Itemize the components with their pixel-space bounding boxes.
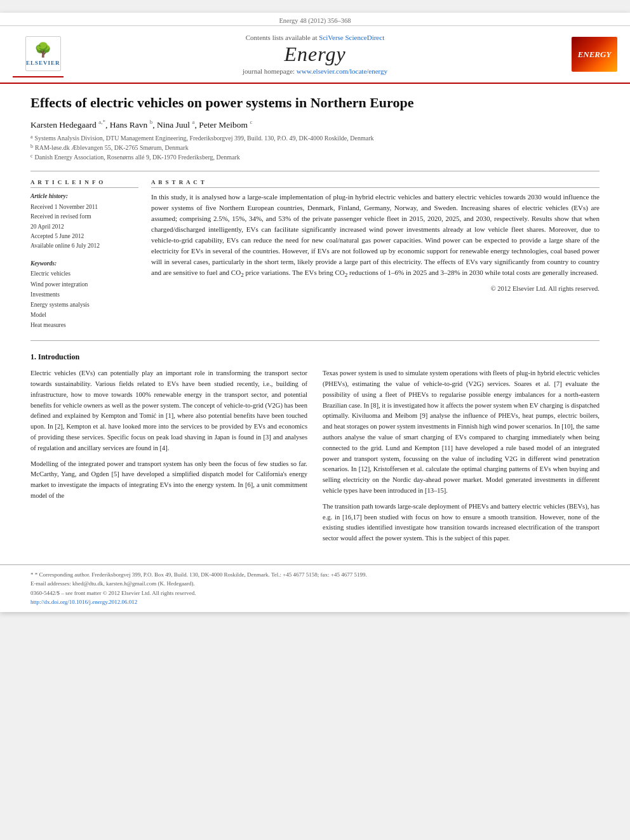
journal-header: 🌳 ELSEVIER Contents lists available at S… [0,26,630,84]
history-item-3: 20 April 2012 [30,222,138,232]
keyword-5: Model [30,312,46,318]
keywords-section: Keywords: Electric vehicles Wind power i… [30,258,138,330]
keyword-3: Investments [30,291,60,298]
intro-right-para-2: The transition path towards large-scale … [323,502,600,544]
history-item-4: Accepted 5 June 2012 [30,232,138,241]
journal-reference: Energy 48 (2012) 356–368 [279,17,351,24]
abstract-col: A B S T R A C T In this study, it is ana… [151,179,600,330]
article-info-col: A R T I C L E I N F O Article history: R… [30,179,138,330]
footnote-star-text: * Corresponding author. Frederiksborgvej… [35,571,367,578]
intro-heading: 1. Introduction [30,352,600,362]
article-history: Article history: Received 1 November 201… [30,192,138,251]
email-label: E-mail addresses: [30,580,71,587]
footnote-star: * [30,571,34,578]
divider-2 [30,340,600,341]
copyright-line: © 2012 Elsevier Ltd. All rights reserved… [151,285,600,292]
energy-logo-text: ENERGY [578,50,612,60]
history-item-5: Available online 6 July 2012 [30,241,138,251]
intro-para-1: Electric vehicles (EVs) can potentially … [30,368,307,453]
keywords-label: Keywords: [30,260,57,267]
sciverse-line: Contents lists available at SciVerse Sci… [64,34,566,41]
keyword-6: Heat measures [30,322,66,328]
intro-body-cols: Electric vehicles (EVs) can potentially … [30,368,600,549]
affiliations: a Systems Analysis Division, DTU Managem… [30,133,600,162]
journal-title: Energy [64,43,566,66]
top-bar: Energy 48 (2012) 356–368 [0,13,630,26]
main-content: Effects of electric vehicles on power sy… [0,84,630,564]
homepage-label: journal homepage: [243,67,295,75]
introduction-section: 1. Introduction Electric vehicles (EVs) … [30,352,600,549]
affiliation-a: a Systems Analysis Division, DTU Managem… [30,133,600,143]
abstract-text: In this study, it is analysed how a larg… [151,192,600,280]
elsevier-tree-icon: 🌳 [34,42,51,58]
article-info-abstract: A R T I C L E I N F O Article history: R… [30,179,600,330]
keywords-list: Keywords: Electric vehicles Wind power i… [30,258,138,330]
affiliation-c: c Danish Energy Association, Rosenørns a… [30,152,600,162]
elsevier-logo: 🌳 ELSEVIER [25,36,61,71]
energy-logo: ENERGY [572,37,617,72]
sciverse-link[interactable]: SciVerse ScienceDirect [319,34,384,41]
paper-title: Effects of electric vehicles on power sy… [30,94,600,112]
issn-text: 0360-5442/$ – see front matter © 2012 El… [30,590,196,596]
authors-line: Karsten Hedegaard a,*, Hans Ravn b, Nina… [30,119,600,130]
doi-link[interactable]: http://dx.doi.org/10.1016/j.energy.2012.… [30,599,137,605]
issn-line: 0360-5442/$ – see front matter © 2012 El… [30,589,600,597]
affiliation-b: b RAM-løse.dk Æblevangen 55, DK-2765 Smø… [30,143,600,152]
elsevier-text: ELSEVIER [26,60,60,66]
abstract-label: A B S T R A C T [151,179,600,188]
page-footer: * * Corresponding author. Frederiksborgv… [0,564,630,612]
history-item-2: Received in revised form [30,212,138,222]
intro-title: Introduction [38,352,79,361]
page: Energy 48 (2012) 356–368 🌳 ELSEVIER Cont… [0,13,630,612]
article-info-label: A R T I C L E I N F O [30,179,138,188]
doi-line: http://dx.doi.org/10.1016/j.energy.2012.… [30,597,600,606]
sciverse-prefix: Contents lists available at [246,34,318,41]
keyword-4: Energy systems analysis [30,302,90,308]
keyword-2: Wind power integration [30,281,88,288]
homepage-url[interactable]: www.elsevier.com/locate/energy [297,67,387,75]
elsevier-logo-area: 🌳 ELSEVIER [13,31,64,77]
history-label: Article history: [30,192,138,201]
keyword-1: Electric vehicles [30,270,70,277]
intro-right-col: Texas power system is used to simulate s… [323,368,600,549]
email-addresses: khed@dtu.dk, karsten.h@gmail.com (K. Hed… [72,580,195,587]
history-item-1: Received 1 November 2011 [30,203,138,212]
energy-logo-box: ENERGY [566,37,617,72]
email-line: E-mail addresses: khed@dtu.dk, karsten.h… [30,579,600,588]
footnote-star-line: * * Corresponding author. Frederiksborgv… [30,570,600,579]
divider-1 [30,171,600,171]
intro-number: 1. [30,352,38,361]
homepage-line: journal homepage: www.elsevier.com/locat… [64,67,566,75]
journal-title-block: Contents lists available at SciVerse Sci… [64,34,566,75]
intro-para-2: Modelling of the integrated power and tr… [30,459,307,502]
intro-left-col: Electric vehicles (EVs) can potentially … [30,368,307,549]
intro-right-para-1: Texas power system is used to simulate s… [323,368,600,497]
